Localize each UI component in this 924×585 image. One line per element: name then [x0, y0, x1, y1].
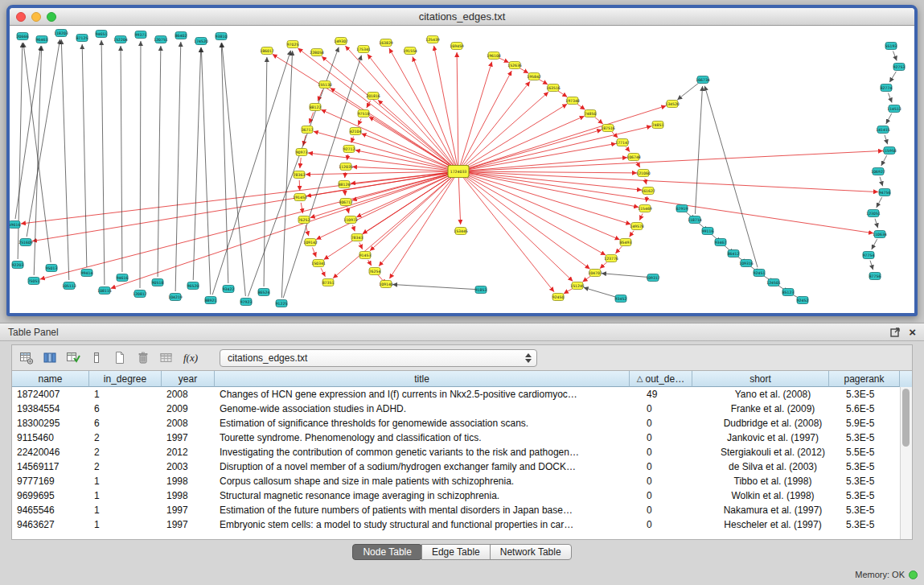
graph-edge[interactable] — [392, 284, 475, 289]
tab-node-table[interactable]: Node Table — [352, 544, 422, 560]
graph-edge[interactable] — [378, 100, 454, 167]
tab-edge-table[interactable]: Edge Table — [421, 544, 491, 560]
graph-edge[interactable] — [368, 260, 372, 266]
graph-edge[interactable] — [82, 44, 87, 267]
graph-edge[interactable] — [281, 51, 292, 298]
graph-edge[interactable] — [175, 42, 181, 291]
graph-edge[interactable] — [369, 117, 454, 168]
graph-edge[interactable] — [464, 150, 883, 171]
graph-edge[interactable] — [331, 88, 454, 168]
column-header-pagerank[interactable]: pagerank — [829, 371, 900, 387]
graph-edge[interactable] — [322, 56, 454, 167]
graph-edge[interactable] — [639, 213, 643, 220]
panel-splitter[interactable] — [0, 316, 924, 323]
graph-edge[interactable] — [193, 47, 201, 280]
graph-edge[interactable] — [345, 46, 454, 167]
graph-edge[interactable] — [612, 132, 618, 138]
graph-edge[interactable] — [893, 51, 897, 61]
graph-edge[interactable] — [564, 289, 573, 294]
column-header-out_de[interactable]: △out_de… — [630, 371, 692, 387]
graph-edge[interactable] — [221, 43, 228, 283]
graph-edge[interactable] — [352, 225, 355, 232]
graph-edge[interactable] — [318, 89, 322, 101]
graph-edge[interactable] — [886, 113, 892, 124]
scrollbar-thumb[interactable] — [902, 389, 910, 447]
table-row[interactable]: 977716911998Corpus callosum shape and si… — [12, 474, 912, 488]
column-icon[interactable] — [88, 350, 105, 366]
graph-edge[interactable] — [626, 147, 630, 152]
graph-canvas[interactable]: 1724033186017970252280581493071753411638… — [10, 27, 914, 313]
graph-edge[interactable] — [101, 40, 105, 285]
graph-edge[interactable] — [140, 41, 141, 288]
graph-edge[interactable] — [464, 172, 873, 233]
graph-edge[interactable] — [877, 197, 882, 208]
graph-edge[interactable] — [457, 52, 458, 166]
table-row[interactable]: 1872400712008Changes of HCN gene express… — [12, 387, 912, 402]
column-header-short[interactable]: short — [692, 371, 829, 387]
table-row[interactable]: 946362711997Embryonic stem cells: a mode… — [12, 517, 912, 532]
select-columns-icon[interactable] — [42, 350, 58, 366]
graph-edge[interactable] — [321, 268, 325, 277]
minimize-button[interactable] — [31, 12, 41, 22]
graph-edge[interactable] — [347, 154, 347, 160]
table-row[interactable]: 969969511998Structural magnetic resonanc… — [12, 488, 912, 503]
graph-edge[interactable] — [461, 71, 511, 167]
graph-edge[interactable] — [460, 62, 492, 167]
graph-edge[interactable] — [27, 39, 60, 237]
graph-edge[interactable] — [300, 158, 301, 168]
table-row[interactable]: 946554611997Estimation of the future num… — [12, 503, 912, 517]
graph-edge[interactable] — [872, 239, 877, 249]
close-panel-icon[interactable]: × — [909, 327, 916, 338]
graph-edge[interactable] — [630, 231, 634, 237]
graph-edge[interactable] — [600, 262, 607, 269]
column-header-title[interactable]: title — [215, 371, 630, 387]
table-row[interactable]: 911546021997Tourette syndrome. Phenomeno… — [12, 431, 912, 445]
graph-edge[interactable] — [615, 246, 622, 253]
close-button[interactable] — [16, 12, 26, 22]
graph-edge[interactable] — [212, 51, 290, 295]
graph-edge[interactable] — [358, 118, 361, 125]
graph-edge[interactable] — [15, 46, 41, 219]
graph-edge[interactable] — [61, 39, 69, 280]
graph-edge[interactable] — [379, 175, 454, 266]
graph-edge[interactable] — [584, 287, 616, 297]
graph-edge[interactable] — [298, 48, 454, 168]
graph-edge[interactable] — [519, 68, 528, 73]
tab-network-table[interactable]: Network Table — [490, 544, 572, 560]
table-scrollbar[interactable] — [900, 387, 912, 539]
network-view[interactable]: 1724033186017970252280581493071753411638… — [10, 27, 914, 313]
graph-edge[interactable] — [158, 46, 161, 277]
graph-edge[interactable] — [462, 175, 554, 291]
graph-edge[interactable] — [463, 104, 567, 168]
column-header-year[interactable]: year — [162, 371, 215, 387]
graph-edge[interactable] — [558, 91, 568, 97]
new-file-icon[interactable] — [112, 350, 128, 366]
graph-edge[interactable] — [462, 81, 530, 167]
graph-edge[interactable] — [704, 86, 758, 268]
graph-edge[interactable] — [880, 177, 883, 187]
graph-edge[interactable] — [121, 46, 122, 272]
graph-edge[interactable] — [881, 155, 887, 166]
graph-edge[interactable] — [222, 43, 246, 296]
import-table-icon[interactable] — [158, 350, 175, 366]
graph-edge[interactable] — [32, 172, 453, 241]
graph-edge[interactable] — [462, 175, 573, 282]
float-panel-icon[interactable] — [890, 327, 901, 337]
table-select[interactable]: citations_edges.txt — [220, 349, 537, 367]
graph-edge[interactable] — [582, 276, 590, 282]
graph-edge[interactable] — [313, 248, 317, 257]
table-row[interactable]: 1456911722003Disruption of a novel membe… — [12, 459, 912, 474]
column-header-in_degree[interactable]: in_degree — [89, 371, 162, 387]
graph-edge[interactable] — [359, 242, 363, 249]
graph-edge[interactable] — [458, 177, 460, 225]
window-title-bar[interactable]: citations_edges.txt — [10, 8, 914, 26]
graph-edge[interactable] — [889, 93, 893, 103]
delete-icon[interactable] — [135, 350, 151, 366]
graph-edge[interactable] — [370, 175, 454, 251]
table-row[interactable]: 1830029562008Estimation of significance … — [12, 416, 912, 431]
function-icon[interactable]: f(x) — [182, 352, 199, 365]
graph-edge[interactable] — [499, 58, 508, 63]
graph-edge[interactable] — [885, 135, 888, 145]
graph-edge[interactable] — [463, 175, 590, 269]
zoom-button[interactable] — [47, 12, 56, 22]
